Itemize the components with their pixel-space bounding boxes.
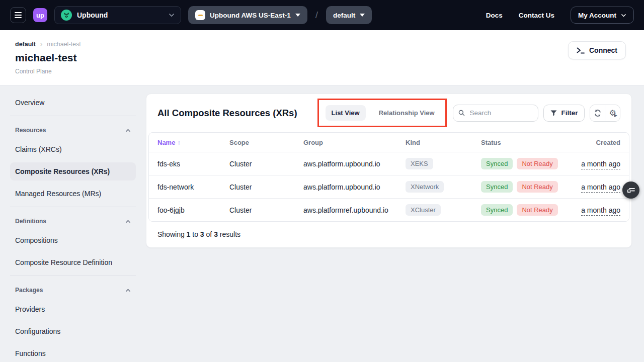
synced-badge: Synced <box>481 181 513 193</box>
cell-created: a month ago <box>577 183 620 191</box>
view-toggle: List View Relationship View <box>326 105 441 121</box>
sidebar-item-providers[interactable]: Providers <box>10 300 136 318</box>
cell-status: Synced Not Ready <box>481 181 577 193</box>
sidebar-divider <box>10 116 136 116</box>
column-header-scope[interactable]: Scope <box>229 139 303 146</box>
table-row[interactable]: foo-6jgjb Cluster aws.platformref.upboun… <box>149 198 629 221</box>
column-header-created[interactable]: Created <box>577 139 620 146</box>
sidebar-item-managed-resources[interactable]: Managed Resources (MRs) <box>10 185 136 203</box>
breadcrumb: default › michael-test <box>15 40 644 48</box>
search-icon <box>458 109 465 117</box>
section-label: Packages <box>15 287 43 294</box>
cell-scope: Cluster <box>229 206 303 214</box>
contact-us-link[interactable]: Contact Us <box>519 12 554 19</box>
docs-link[interactable]: Docs <box>486 12 503 19</box>
group-switcher-label: default <box>333 12 355 19</box>
cell-created: a month ago <box>577 206 620 214</box>
cell-kind: XCluster <box>406 204 481 216</box>
sidebar-item-composite-resources[interactable]: Composite Resources (XRs) <box>10 162 136 180</box>
card-header: All Composite Resources (XRs) List View … <box>146 94 631 132</box>
cell-scope: Cluster <box>229 183 303 191</box>
sort-ascending-icon: ↑ <box>177 139 181 146</box>
org-avatar-icon <box>61 10 72 21</box>
sidebar: Overview Resources Claims (XRCs) Composi… <box>10 94 136 362</box>
page-title: michael-test <box>15 52 644 64</box>
sidebar-section-packages[interactable]: Packages <box>10 284 136 297</box>
column-header-group[interactable]: Group <box>303 139 406 146</box>
section-label: Resources <box>15 127 46 134</box>
path-separator: / <box>315 10 318 21</box>
caret-down-icon <box>360 14 365 17</box>
synced-badge: Synced <box>481 204 513 216</box>
cell-name: fds-network <box>157 183 229 191</box>
card-title: All Composite Resources (XRs) <box>157 108 297 119</box>
breadcrumb-root-link[interactable]: default <box>15 41 36 48</box>
results-summary: Showing 1 to 3 of 3 results <box>146 222 631 247</box>
upbound-logo[interactable]: up <box>33 8 47 22</box>
sidebar-divider <box>10 276 136 276</box>
relationship-view-tab[interactable]: Relationship View <box>373 105 441 121</box>
composite-resources-card: All Composite Resources (XRs) List View … <box>146 94 632 248</box>
chevron-down-icon <box>621 13 626 18</box>
hamburger-icon <box>15 12 22 13</box>
menu-button[interactable] <box>10 7 26 23</box>
breadcrumb-current: michael-test <box>47 41 80 48</box>
feedback-widget-button[interactable] <box>622 182 639 199</box>
refresh-icon <box>594 109 602 117</box>
connect-button[interactable]: Connect <box>568 41 626 59</box>
control-plane-icon <box>195 10 205 20</box>
section-label: Definitions <box>15 218 46 225</box>
chevron-up-icon <box>125 128 131 133</box>
org-switcher-label: Upbound <box>77 11 164 19</box>
column-header-name[interactable]: Name ↑ <box>157 139 229 146</box>
sidebar-section-resources[interactable]: Resources <box>10 124 136 137</box>
top-navbar: up Upbound Upbound AWS US-East-1 / defau… <box>0 0 644 30</box>
page-subtitle: Control Plane <box>15 68 644 75</box>
search-input[interactable] <box>469 109 533 117</box>
synced-badge: Synced <box>481 158 513 169</box>
cell-kind: XNetwork <box>406 181 481 193</box>
navbar-right: Docs Contact Us My Account <box>486 7 634 24</box>
cell-group: aws.platform.upbound.io <box>303 160 406 168</box>
not-ready-badge: Not Ready <box>517 181 557 193</box>
refresh-button[interactable] <box>590 105 605 121</box>
auto-refresh-settings-button[interactable]: ⚙ ▶ <box>605 105 620 121</box>
control-plane-switcher[interactable]: Upbound AWS US-East-1 <box>188 6 307 24</box>
play-icon: ▶ <box>614 113 617 118</box>
breadcrumb-separator-icon: › <box>40 40 42 48</box>
org-switcher[interactable]: Upbound <box>54 6 181 24</box>
kind-badge: XEKS <box>406 158 433 169</box>
chevron-up-icon <box>125 288 131 293</box>
chevron-down-icon <box>169 13 175 18</box>
column-header-kind[interactable]: Kind <box>406 139 481 146</box>
sidebar-item-composite-resource-definition[interactable]: Composite Resource Definition <box>10 253 136 272</box>
kind-badge: XCluster <box>406 204 441 216</box>
column-header-status[interactable]: Status <box>481 139 577 146</box>
sidebar-item-claims[interactable]: Claims (XRCs) <box>10 140 136 158</box>
filter-button[interactable]: Filter <box>543 105 585 122</box>
kind-badge: XNetwork <box>406 181 444 193</box>
sidebar-item-configurations[interactable]: Configurations <box>10 322 136 340</box>
my-account-button[interactable]: My Account <box>571 7 634 24</box>
table-row[interactable]: fds-eks Cluster aws.platform.upbound.io … <box>149 152 629 175</box>
table-row[interactable]: fds-network Cluster aws.platform.upbound… <box>149 175 629 198</box>
feedback-form-icon <box>627 187 635 194</box>
cell-name: fds-eks <box>157 160 229 168</box>
connect-button-label: Connect <box>589 46 617 54</box>
cell-kind: XEKS <box>406 158 481 169</box>
list-view-tab[interactable]: List View <box>326 105 366 121</box>
filter-button-label: Filter <box>561 109 578 117</box>
page-header: default › michael-test michael-test Cont… <box>0 30 644 85</box>
resources-table: Name ↑ Scope Group Kind Status Created f… <box>148 132 629 222</box>
cell-status: Synced Not Ready <box>481 204 577 216</box>
sidebar-item-overview[interactable]: Overview <box>10 94 136 112</box>
table-header-row: Name ↑ Scope Group Kind Status Created <box>149 133 629 152</box>
caret-down-icon <box>295 14 300 17</box>
sidebar-item-compositions[interactable]: Compositions <box>10 231 136 249</box>
cell-created: a month ago <box>577 160 620 168</box>
group-switcher[interactable]: default <box>326 6 372 24</box>
sidebar-item-functions[interactable]: Functions <box>10 344 136 362</box>
filter-icon <box>550 110 557 116</box>
sidebar-section-definitions[interactable]: Definitions <box>10 215 136 228</box>
cell-group: aws.platformref.upbound.io <box>303 206 406 214</box>
